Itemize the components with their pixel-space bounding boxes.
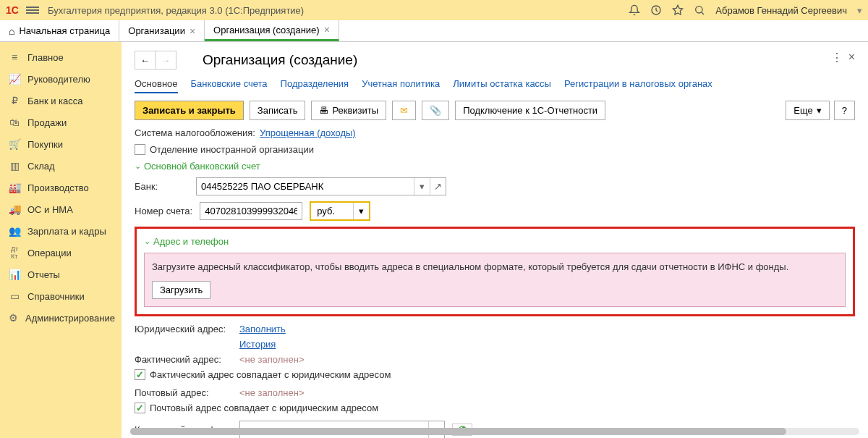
postal-same-checkbox[interactable] xyxy=(135,403,145,413)
ruble-icon: ₽ xyxy=(9,95,20,106)
sidebar-item-purchases[interactable]: 🛒Покупки xyxy=(0,133,122,155)
dropdown-button[interactable]: ▾ xyxy=(414,178,430,195)
kebab-icon[interactable]: ⋮ xyxy=(831,51,843,64)
mail-button[interactable]: ✉ xyxy=(392,101,416,120)
home-icon: ⌂ xyxy=(9,25,14,37)
tab-home[interactable]: ⌂ Начальная страница xyxy=(0,20,119,41)
box-icon: ▥ xyxy=(9,160,20,172)
more-button[interactable]: Еще ▾ xyxy=(786,101,829,120)
subtab-dept[interactable]: Подразделения xyxy=(281,75,349,93)
history-link[interactable]: История xyxy=(239,339,276,350)
chart-icon: 📈 xyxy=(9,73,20,85)
forward-button[interactable]: → xyxy=(156,51,176,69)
postal-addr-value: <не заполнен> xyxy=(239,387,305,398)
bell-icon[interactable] xyxy=(629,4,640,16)
truck-icon: 🚚 xyxy=(9,203,20,215)
postal-same-label: Почтовый адрес совпадает с юридическим а… xyxy=(150,403,378,413)
attach-icon: 📎 xyxy=(430,105,441,116)
bank-input-group: ▾ ↗ xyxy=(196,177,446,195)
address-highlight-box: ⌄ Адрес и телефон Загрузите адресный кла… xyxy=(135,227,855,316)
chevron-down-icon: ▾ xyxy=(817,105,822,116)
sidebar-item-hr[interactable]: 👥Зарплата и кадры xyxy=(0,220,122,242)
sidebar-item-main[interactable]: ≡Главное xyxy=(0,46,122,68)
hamburger-icon[interactable] xyxy=(26,5,39,15)
sidebar-item-production[interactable]: 🏭Производство xyxy=(0,177,122,198)
fill-link[interactable]: Заполнить xyxy=(239,324,286,334)
connect-button[interactable]: Подключение к 1С-Отчетности xyxy=(455,101,605,120)
currency-select[interactable]: руб. ▾ xyxy=(310,201,370,221)
logo-1c: 1C xyxy=(6,4,19,16)
search-icon[interactable] xyxy=(694,4,705,16)
subtab-acct[interactable]: Учетная политика xyxy=(362,75,440,93)
bag-icon: 🛍 xyxy=(9,117,20,128)
app-title: Бухгалтерия предприятия, редакция 3.0 (1… xyxy=(48,5,629,16)
foreign-checkbox[interactable] xyxy=(135,144,145,155)
history-icon[interactable] xyxy=(650,4,662,16)
book-icon: ▭ xyxy=(9,290,20,302)
horizontal-scrollbar[interactable] xyxy=(130,428,859,435)
close-form-icon[interactable]: × xyxy=(848,51,855,64)
chevron-down-icon[interactable]: ▾ xyxy=(353,203,369,219)
bars-icon: 📊 xyxy=(9,269,20,280)
save-close-button[interactable]: Записать и закрыть xyxy=(135,101,244,120)
account-input[interactable] xyxy=(200,203,302,219)
gear-icon: ⚙ xyxy=(9,312,18,324)
save-button[interactable]: Записать xyxy=(250,101,306,120)
postal-addr-label: Почтовый адрес: xyxy=(135,387,232,398)
user-menu-caret[interactable]: ▾ xyxy=(857,5,862,16)
subtab-bank[interactable]: Банковские счета xyxy=(191,75,268,93)
nav-buttons: ← → xyxy=(135,51,176,70)
menu-icon: ≡ xyxy=(9,51,20,63)
subtabs: Основное Банковские счета Подразделения … xyxy=(135,75,855,93)
actual-same-checkbox[interactable] xyxy=(135,369,145,380)
factory-icon: 🏭 xyxy=(9,182,20,193)
star-icon[interactable] xyxy=(672,4,684,16)
scrollbar-thumb[interactable] xyxy=(130,428,786,435)
tab-organization-create[interactable]: Организация (создание) × xyxy=(205,20,339,41)
content: ⋮ × ← → Организация (создание) Основное … xyxy=(122,42,868,438)
help-button[interactable]: ? xyxy=(834,101,855,120)
actual-same-label: Фактический адрес совпадает с юридически… xyxy=(150,369,391,380)
sidebar-item-warehouse[interactable]: ▥Склад xyxy=(0,155,122,177)
subtab-reg[interactable]: Регистрации в налоговых органах xyxy=(564,75,712,93)
svg-point-1 xyxy=(696,7,702,13)
classifier-notice: Загрузите адресный классификатор, чтобы … xyxy=(144,253,846,307)
tax-value-link[interactable]: Упрощенная (доходы) xyxy=(260,127,356,138)
sidebar-item-manager[interactable]: 📈Руководителю xyxy=(0,68,122,90)
bank-input[interactable] xyxy=(197,178,414,195)
sidebar-item-reports[interactable]: 📊Отчеты xyxy=(0,264,122,285)
close-icon[interactable]: × xyxy=(190,25,195,37)
sidebar-item-admin[interactable]: ⚙Администрирование xyxy=(0,307,122,329)
chevron-down-icon: ⌄ xyxy=(135,161,141,171)
legal-addr-label: Юридический адрес: xyxy=(135,324,232,334)
subtab-limits[interactable]: Лимиты остатка кассы xyxy=(453,75,551,93)
tab-organizations[interactable]: Организации × xyxy=(119,20,205,41)
foreign-label: Отделение иностранной организации xyxy=(150,144,314,155)
page-title: Организация (создание) xyxy=(203,52,357,68)
account-input-group xyxy=(200,202,302,220)
load-button[interactable]: Загрузить xyxy=(152,281,210,299)
sidebar-item-assets[interactable]: 🚚ОС и НМА xyxy=(0,198,122,220)
sidebar-item-operations[interactable]: ДтКтОперации xyxy=(0,242,122,264)
sidebar-item-references[interactable]: ▭Справочники xyxy=(0,285,122,307)
bank-label: Банк: xyxy=(135,181,189,192)
actual-addr-label: Фактический адрес: xyxy=(135,354,232,365)
sidebar: ≡Главное 📈Руководителю ₽Банк и касса 🛍Пр… xyxy=(0,42,122,438)
attach-button[interactable]: 📎 xyxy=(422,101,449,120)
print-icon: 🖶 xyxy=(319,105,328,116)
tabbar: ⌂ Начальная страница Организации × Орган… xyxy=(0,20,868,42)
open-button[interactable]: ↗ xyxy=(430,178,446,195)
addr-section-header[interactable]: ⌄ Адрес и телефон xyxy=(144,236,846,247)
sidebar-item-sales[interactable]: 🛍Продажи xyxy=(0,111,122,133)
classifier-text: Загрузите адресный классификатор, чтобы … xyxy=(152,261,838,274)
user-name[interactable]: Абрамов Геннадий Сергеевич xyxy=(715,5,847,16)
bank-section-header[interactable]: ⌄ Основной банковский счет xyxy=(135,161,855,172)
details-button[interactable]: 🖶Реквизиты xyxy=(311,101,386,120)
close-icon[interactable]: × xyxy=(324,24,330,35)
toolbar: Записать и закрыть Записать 🖶Реквизиты ✉… xyxy=(135,101,855,120)
sidebar-item-bank[interactable]: ₽Банк и касса xyxy=(0,90,122,111)
topbar: 1C Бухгалтерия предприятия, редакция 3.0… xyxy=(0,0,868,20)
subtab-main[interactable]: Основное xyxy=(135,75,178,93)
back-button[interactable]: ← xyxy=(135,51,156,69)
mail-icon: ✉ xyxy=(400,105,408,116)
